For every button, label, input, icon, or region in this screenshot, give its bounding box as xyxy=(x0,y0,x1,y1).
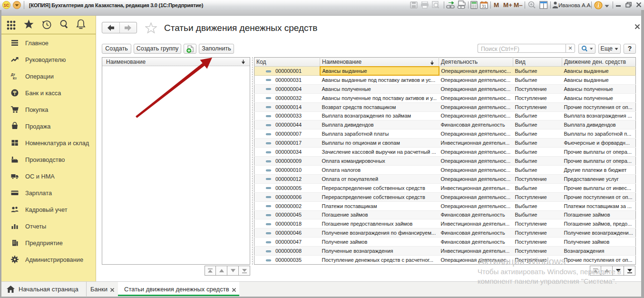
svg-text:Кт: Кт xyxy=(13,76,17,80)
svg-text:1С: 1С xyxy=(4,3,10,8)
svg-text:31: 31 xyxy=(482,4,487,9)
